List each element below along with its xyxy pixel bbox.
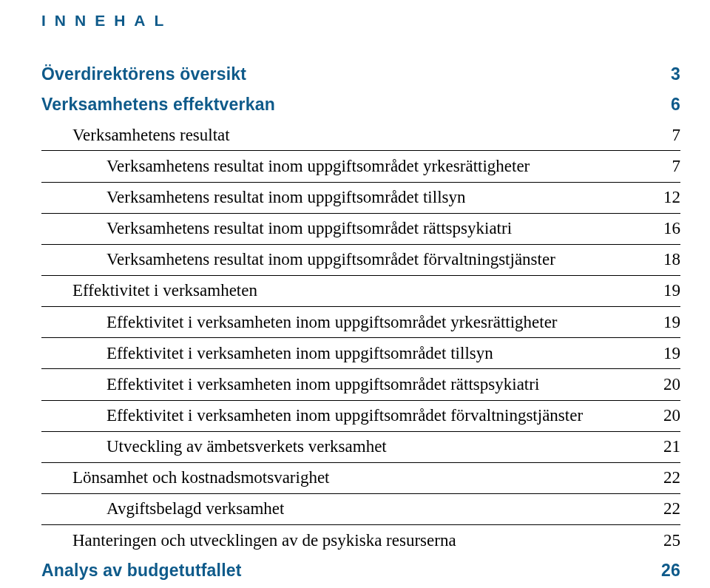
- toc-entry-page: 18: [653, 246, 680, 273]
- toc-entry: Verksamhetens resultat inom uppgiftsområ…: [41, 151, 680, 182]
- toc-entry-page: 6: [660, 92, 680, 118]
- toc-entry-page: 16: [653, 215, 680, 242]
- toc-entry: Verksamhetens resultat inom uppgiftsområ…: [41, 245, 680, 276]
- toc-entry-label: Verksamhetens effektverkan: [41, 92, 275, 118]
- toc-entry-label: Analys av budgetutfallet: [41, 558, 242, 584]
- toc-entry: Analys av budgetutfallet26: [41, 555, 680, 586]
- toc-entry-label: Effektivitet i verksamheten inom uppgift…: [106, 402, 583, 429]
- toc-entry: Effektivitet i verksamheten19: [41, 276, 680, 307]
- toc-entry-page: 12: [653, 184, 680, 211]
- toc-entry: Utveckling av ämbetsverkets verksamhet21: [41, 432, 680, 463]
- toc-entry-label: Överdirektörens översikt: [41, 61, 246, 88]
- toc-entry: Verksamhetens effektverkan6: [41, 89, 680, 120]
- toc-entry-label: Effektivitet i verksamheten inom uppgift…: [106, 309, 558, 336]
- toc-entry-page: 7: [662, 122, 681, 149]
- page-root: INNEHAL Överdirektörens översikt3Verksam…: [0, 0, 710, 588]
- section-header: INNEHAL: [41, 12, 680, 30]
- toc-entry: Verksamhetens resultat7: [41, 120, 680, 151]
- toc-entry: Effektivitet i verksamheten inom uppgift…: [41, 369, 680, 400]
- toc-entry-page: 20: [653, 371, 680, 398]
- toc-entry-label: Hanteringen och utvecklingen av de psyki…: [72, 527, 456, 554]
- toc-entry-page: 22: [653, 464, 680, 491]
- toc-entry-page: 21: [653, 433, 680, 460]
- toc-entry-page: 19: [653, 309, 680, 336]
- toc-entry: Verksamhetens resultat inom uppgiftsområ…: [41, 214, 680, 245]
- toc-entry-page: 22: [653, 496, 680, 522]
- toc-entry: Effektivitet i verksamheten inom uppgift…: [41, 307, 680, 338]
- toc-entry-label: Verksamhetens resultat inom uppgiftsområ…: [106, 246, 555, 273]
- toc-entry: Effektivitet i verksamheten inom uppgift…: [41, 401, 680, 432]
- toc-entry-page: 3: [660, 61, 680, 88]
- toc-entry-label: Lönsamhet och kostnadsmotsvarighet: [72, 464, 330, 491]
- toc-entry-page: 20: [653, 402, 680, 429]
- toc-entry: Effektivitet i verksamheten inom uppgift…: [41, 338, 680, 369]
- toc-entry: Avgiftsbelagd verksamhet22: [41, 494, 680, 525]
- toc-entry-label: Verksamhetens resultat inom uppgiftsområ…: [106, 184, 465, 211]
- toc-entry-label: Effektivitet i verksamheten inom uppgift…: [106, 371, 539, 398]
- toc-entry-page: 26: [651, 558, 680, 584]
- toc-entry-label: Effektivitet i verksamheten inom uppgift…: [106, 340, 493, 367]
- toc-entry: Hanteringen och utvecklingen av de psyki…: [41, 525, 680, 555]
- toc-entry-label: Effektivitet i verksamheten: [72, 277, 257, 304]
- toc-list: Överdirektörens översikt3Verksamhetens e…: [41, 59, 680, 588]
- toc-entry-label: Verksamhetens resultat inom uppgiftsområ…: [106, 153, 530, 180]
- toc-entry-label: Avgiftsbelagd verksamhet: [106, 496, 284, 522]
- toc-entry-label: Utveckling av ämbetsverkets verksamhet: [106, 433, 387, 460]
- toc-entry-page: 19: [653, 340, 680, 367]
- toc-entry: Verksamhetens resultat inom uppgiftsområ…: [41, 183, 680, 214]
- toc-entry-page: 19: [653, 277, 680, 304]
- toc-entry: Lönsamhet och kostnadsmotsvarighet22: [41, 463, 680, 494]
- toc-entry-page: 25: [653, 527, 680, 554]
- toc-entry-label: Verksamhetens resultat inom uppgiftsområ…: [106, 215, 512, 242]
- toc-entry-page: 7: [662, 153, 681, 180]
- toc-entry-label: Verksamhetens resultat: [72, 122, 230, 149]
- toc-entry: Överdirektörens översikt3: [41, 59, 680, 89]
